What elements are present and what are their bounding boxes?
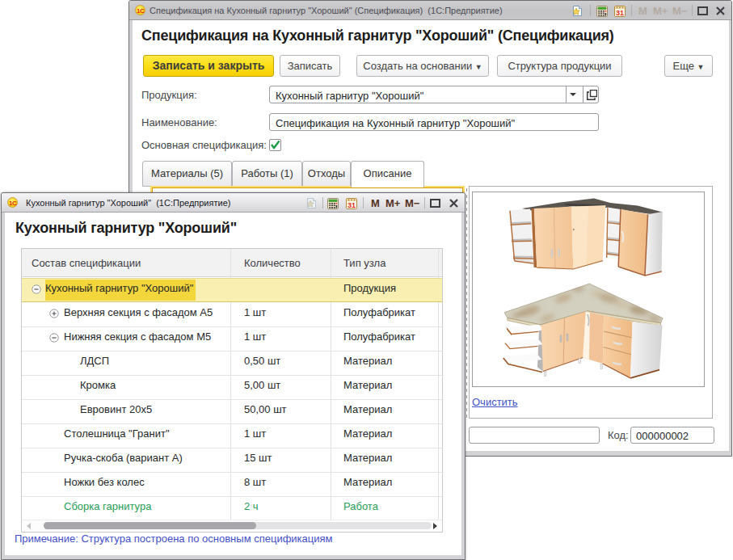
svg-text:31: 31 (616, 9, 624, 17)
svg-text:31: 31 (348, 201, 356, 209)
